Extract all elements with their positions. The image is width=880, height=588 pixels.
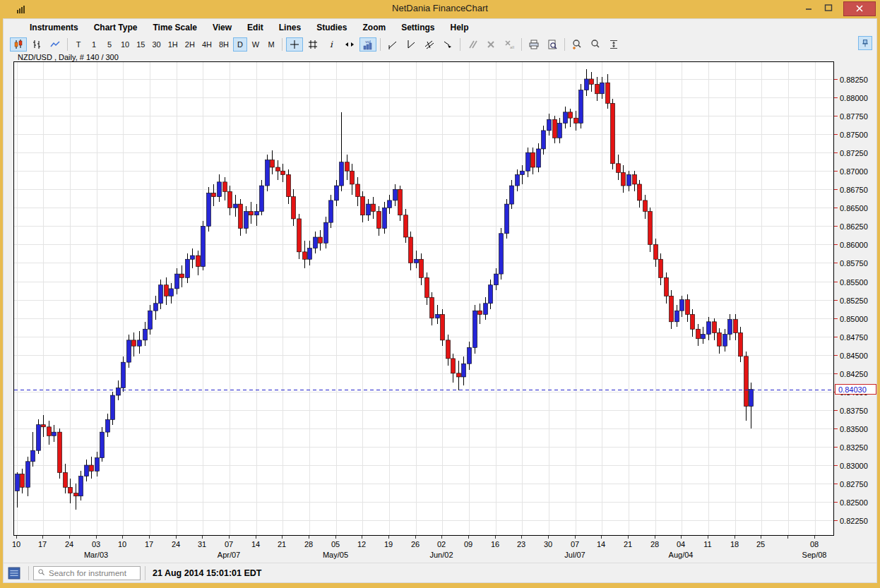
candle bbox=[564, 112, 568, 124]
timeframe-8h-button[interactable]: 8H bbox=[216, 37, 232, 52]
scroll-horizontal-icon[interactable] bbox=[341, 37, 358, 52]
date-tick bbox=[415, 536, 416, 539]
candle bbox=[648, 212, 653, 245]
timeframe-weekly-button[interactable]: W bbox=[249, 37, 263, 52]
date-tick bbox=[495, 536, 496, 539]
menu-chart-type[interactable]: Chart Type bbox=[86, 20, 145, 35]
candle bbox=[462, 364, 466, 377]
candle bbox=[31, 450, 35, 462]
timeframe-tick-button[interactable]: T bbox=[71, 37, 85, 52]
candle bbox=[335, 186, 339, 200]
candle bbox=[186, 259, 190, 277]
price-tick bbox=[834, 428, 838, 429]
candle bbox=[223, 182, 227, 192]
minimize-button[interactable] bbox=[798, 0, 819, 17]
trend-line-icon[interactable] bbox=[384, 37, 401, 52]
timeframe-15min-button[interactable]: 15 bbox=[133, 37, 148, 52]
grid-toggle-icon[interactable] bbox=[304, 37, 321, 52]
date-axis[interactable]: 10172403Mar/031017243107Apr/0714212805Ma… bbox=[13, 536, 840, 564]
zoom-out-icon[interactable] bbox=[587, 37, 604, 52]
date-label: 21 bbox=[624, 540, 632, 548]
candlestick-chart[interactable] bbox=[13, 61, 834, 536]
menu-lines[interactable]: Lines bbox=[271, 20, 309, 35]
line-chart-icon[interactable] bbox=[47, 37, 64, 52]
candle bbox=[90, 465, 94, 471]
price-label: 0.87750 bbox=[840, 112, 868, 121]
menu-view[interactable]: View bbox=[205, 20, 239, 35]
channel-tool-icon[interactable] bbox=[421, 37, 438, 52]
timeframe-10min-button[interactable]: 10 bbox=[118, 37, 132, 52]
info-icon[interactable]: i bbox=[323, 37, 340, 52]
print-icon[interactable] bbox=[525, 37, 542, 52]
menu-help[interactable]: Help bbox=[442, 20, 476, 35]
price-label: 0.87250 bbox=[840, 149, 868, 157]
trend-line-vertical-icon[interactable] bbox=[403, 37, 420, 52]
candle bbox=[85, 465, 89, 476]
fit-vertical-icon[interactable] bbox=[605, 37, 622, 52]
menu-time-scale[interactable]: Time Scale bbox=[145, 20, 204, 35]
instrument-list-button[interactable] bbox=[8, 567, 20, 580]
candle bbox=[207, 193, 211, 226]
dock-panel-button[interactable] bbox=[858, 36, 872, 50]
candle bbox=[691, 314, 695, 329]
menu-zoom[interactable]: Zoom bbox=[355, 20, 393, 35]
candle bbox=[345, 162, 350, 172]
close-button[interactable] bbox=[843, 1, 876, 16]
candle bbox=[201, 226, 206, 266]
clock-text: 21 Aug 2014 15:01:01 EDT bbox=[153, 568, 261, 578]
date-tick bbox=[735, 536, 735, 539]
menu-instruments[interactable]: Instruments bbox=[22, 20, 86, 35]
date-tick bbox=[388, 536, 389, 539]
candlestick-chart-icon[interactable] bbox=[10, 37, 27, 52]
date-label: 11 bbox=[703, 540, 711, 548]
candle bbox=[329, 200, 333, 222]
candle bbox=[627, 174, 631, 186]
timeframe-30min-button[interactable]: 30 bbox=[150, 37, 164, 52]
price-label: 0.86000 bbox=[840, 241, 868, 249]
date-label: 09 bbox=[464, 540, 472, 548]
search-input[interactable] bbox=[49, 569, 137, 577]
date-tick bbox=[575, 536, 576, 539]
timeframe-4h-button[interactable]: 4H bbox=[199, 37, 215, 52]
candle bbox=[340, 162, 344, 186]
date-tick bbox=[628, 536, 629, 539]
menu-studies[interactable]: Studies bbox=[309, 20, 355, 35]
menu-edit[interactable]: Edit bbox=[239, 20, 271, 35]
price-tick bbox=[834, 465, 838, 466]
date-label: 08 bbox=[810, 540, 819, 548]
candle bbox=[234, 204, 238, 208]
price-label: 0.85000 bbox=[840, 315, 868, 323]
title-bar[interactable]: NetDania FinanceChart bbox=[0, 0, 880, 18]
month-label: Apr/07 bbox=[218, 551, 240, 559]
timeframe-monthly-button[interactable]: M bbox=[264, 37, 278, 52]
timeframe-1min-button[interactable]: 1 bbox=[87, 37, 101, 52]
candle bbox=[600, 83, 605, 94]
price-tick bbox=[834, 337, 838, 337]
timeframe-2h-button[interactable]: 2H bbox=[182, 37, 198, 52]
bar-chart-icon[interactable] bbox=[28, 37, 45, 52]
volume-toggle-icon[interactable]: vol bbox=[359, 37, 376, 52]
print-preview-icon[interactable] bbox=[544, 37, 561, 52]
timeframe-1h-button[interactable]: 1H bbox=[165, 37, 181, 52]
candle bbox=[127, 340, 131, 362]
candle bbox=[558, 123, 562, 138]
chart-canvas[interactable] bbox=[14, 62, 833, 535]
crosshair-icon[interactable] bbox=[286, 37, 303, 52]
date-tick bbox=[42, 536, 43, 539]
menu-settings[interactable]: Settings bbox=[393, 20, 442, 35]
candle bbox=[420, 259, 424, 277]
candle bbox=[451, 359, 456, 373]
candle bbox=[218, 182, 222, 197]
date-label: 30 bbox=[544, 540, 552, 548]
date-tick bbox=[468, 536, 469, 539]
window-title: NetDania FinanceChart bbox=[0, 3, 880, 13]
price-tick bbox=[834, 318, 838, 319]
price-label: 0.86750 bbox=[840, 186, 868, 194]
candle bbox=[58, 432, 62, 472]
price-axis[interactable]: 0.882500.880000.877500.875000.872500.870… bbox=[834, 61, 876, 544]
maximize-button[interactable] bbox=[818, 0, 839, 17]
timeframe-5min-button[interactable]: 5 bbox=[102, 37, 117, 52]
zoom-in-icon[interactable] bbox=[569, 37, 585, 52]
arrow-tool-icon[interactable] bbox=[439, 37, 456, 52]
timeframe-daily-button[interactable]: D bbox=[233, 37, 247, 52]
